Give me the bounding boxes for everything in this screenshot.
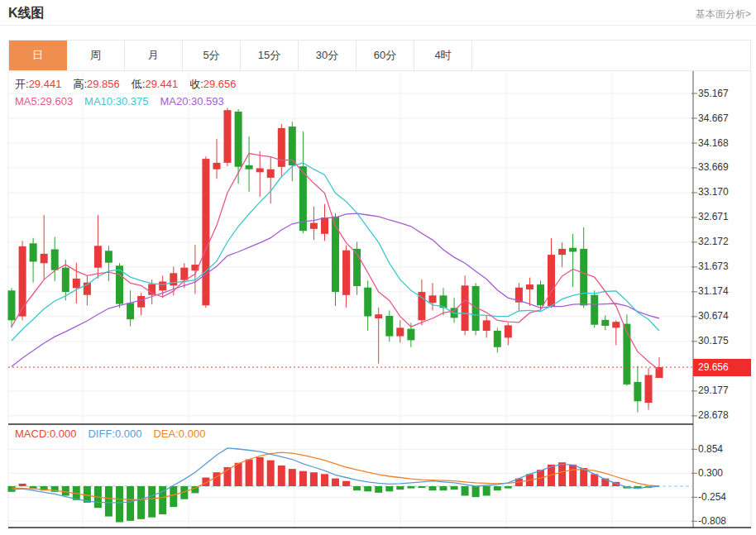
- open-label: 开:: [15, 78, 29, 90]
- price-tick-label: 28.678: [698, 409, 729, 421]
- macd-value: 0.000: [50, 428, 77, 440]
- tab-5分[interactable]: 5分: [183, 41, 241, 70]
- macd-legend-row: MACD:0.000DIFF:0.000DEA:0.000: [15, 428, 217, 440]
- ma10-value: 30.375: [116, 95, 149, 107]
- ma-legend-row: MA5:29.603MA10:30.375MA20:30.593: [15, 95, 236, 107]
- price-tick-label: 29.177: [698, 385, 729, 396]
- macd-tick-label: -0.808: [698, 515, 726, 527]
- macd-tick-label: 0.300: [698, 467, 723, 479]
- macd-tick-label: 0.854: [698, 443, 723, 455]
- ohlc-row: 开:29.441高:29.856低:29.441收:29.656: [15, 77, 248, 92]
- dea-label: DEA:: [153, 428, 178, 440]
- high-label: 高:: [73, 78, 87, 90]
- price-tick-label: 32.671: [698, 211, 729, 222]
- high-value: 29.856: [87, 78, 120, 90]
- tab-60分[interactable]: 60分: [356, 41, 414, 70]
- low-label: 低:: [132, 78, 146, 90]
- tab-30分[interactable]: 30分: [299, 41, 356, 70]
- price-tick-label: 30.674: [698, 310, 729, 322]
- ma5-label: MA5:: [15, 95, 40, 107]
- diff-label: DIFF:: [88, 428, 115, 440]
- macd-label: MACD:: [15, 428, 50, 440]
- last-price-badge: 29.656: [693, 359, 751, 376]
- price-tick-label: 31.673: [698, 260, 729, 272]
- tab-4时[interactable]: 4时: [414, 41, 472, 70]
- low-value: 29.441: [145, 78, 178, 90]
- header-divider: [0, 25, 756, 26]
- ma10-label: MA10:: [84, 95, 116, 107]
- ma20-label: MA20:: [160, 95, 191, 107]
- tab-周[interactable]: 周: [67, 41, 125, 70]
- price-tick-label: 33.669: [698, 161, 729, 173]
- open-value: 29.441: [29, 78, 62, 90]
- page-title: K线图: [8, 5, 45, 22]
- price-tick-label: 34.168: [698, 137, 729, 149]
- tab-日[interactable]: 日: [9, 41, 67, 70]
- price-tick-label: 32.172: [698, 236, 729, 247]
- macd-tick-label: -0.254: [698, 491, 726, 503]
- ma5-value: 29.603: [40, 95, 73, 107]
- price-tick-label: 30.175: [698, 335, 729, 346]
- close-value: 29.656: [203, 78, 237, 90]
- price-tick-label: 33.170: [698, 186, 729, 198]
- tab-月[interactable]: 月: [125, 41, 183, 70]
- period-tab-bar: 日周月5分15分30分60分4时: [8, 40, 751, 71]
- kline-page: K线图 基本面分析> 日周月5分15分30分60分4时 开:29.441高:29…: [0, 0, 756, 535]
- tab-15分[interactable]: 15分: [241, 41, 299, 70]
- fundamental-analysis-link[interactable]: 基本面分析>: [696, 7, 751, 21]
- macd-histogram-group: [8, 457, 653, 523]
- ma20-value: 30.593: [191, 95, 224, 107]
- diff-value: 0.000: [115, 428, 142, 440]
- close-label: 收:: [189, 78, 203, 90]
- price-tick-label: 35.167: [698, 88, 729, 99]
- price-tick-label: 31.174: [698, 285, 729, 297]
- price-tick-label: 34.667: [698, 112, 729, 124]
- candles-group: [8, 107, 663, 412]
- dea-value: 0.000: [179, 428, 206, 440]
